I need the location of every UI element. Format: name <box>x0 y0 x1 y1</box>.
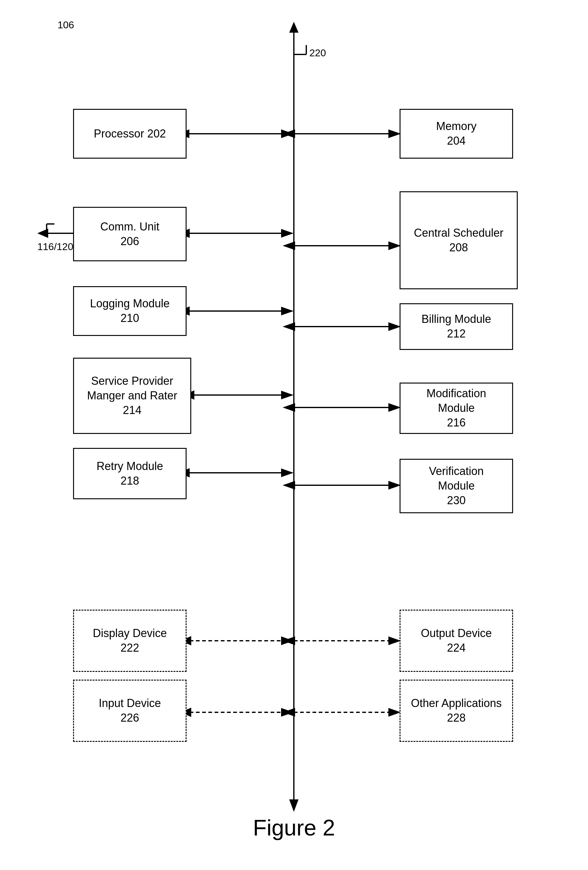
logging-module-box: Logging Module210 <box>73 286 186 336</box>
ref-106-label: 106 <box>58 19 74 31</box>
ref-220-label: 220 <box>310 47 326 59</box>
figure-caption: Figure 2 <box>0 815 588 840</box>
memory-box: Memory204 <box>400 109 513 159</box>
billing-module-box: Billing Module212 <box>400 303 513 350</box>
ref-116-120-label: 116/120 <box>37 241 73 253</box>
verification-module-box: VerificationModule230 <box>400 459 513 513</box>
svg-marker-5 <box>289 22 299 33</box>
modification-module-box: ModificationModule216 <box>400 383 513 434</box>
other-applications-box: Other Applications228 <box>400 679 513 742</box>
svg-marker-24 <box>37 229 48 238</box>
output-device-box: Output Device224 <box>400 610 513 672</box>
comm-unit-box: Comm. Unit206 <box>73 207 186 261</box>
input-device-box: Input Device226 <box>73 679 186 742</box>
service-provider-box: Service ProviderManger and Rater214 <box>73 358 191 434</box>
retry-module-box: Retry Module218 <box>73 448 186 499</box>
diagram: 106 220 116/120 Processor 202 Memory204 … <box>0 0 588 870</box>
display-device-box: Display Device222 <box>73 610 186 672</box>
svg-marker-6 <box>289 799 299 812</box>
processor-box: Processor 202 <box>73 109 186 159</box>
central-scheduler-box: Central Scheduler208 <box>400 191 518 289</box>
